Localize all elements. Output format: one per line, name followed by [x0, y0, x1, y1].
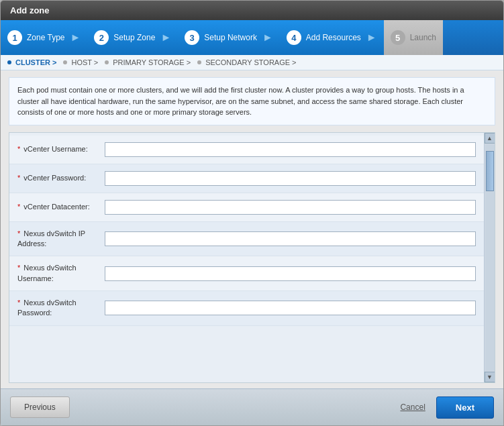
breadcrumb-cluster-label: CLUSTER >: [15, 58, 56, 66]
info-box: Each pod must contain one or more cluste…: [9, 77, 495, 125]
next-button[interactable]: Next: [436, 396, 494, 419]
step-3-label: Setup Network: [204, 33, 257, 42]
dialog-footer: Previous Cancel Next: [1, 388, 503, 425]
breadcrumb-cluster[interactable]: CLUSTER >: [7, 58, 56, 66]
step-5: 5 Launch: [384, 20, 443, 55]
step-4-arrow: ►: [366, 32, 377, 44]
step-1-arrow: ►: [70, 32, 81, 44]
step-4[interactable]: 4 Add Resources ►: [280, 20, 384, 55]
step-1-label: Zone Type: [27, 33, 64, 42]
footer-right: Cancel Next: [400, 396, 494, 419]
label-vcenter-datacenter: * vCenter Datacenter:: [17, 202, 105, 212]
input-nexus-password[interactable]: [105, 301, 476, 315]
label-vcenter-username: * vCenter Username:: [17, 144, 105, 154]
form-row-nexus-ip: * Nexus dvSwitch IP Address:: [9, 222, 484, 257]
scroll-down-btn[interactable]: ▼: [485, 372, 495, 382]
required-star-5: *: [17, 264, 20, 272]
step-2[interactable]: 2 Setup Zone ►: [87, 20, 178, 55]
form-row-vcenter-datacenter: * vCenter Datacenter:: [9, 193, 484, 222]
form-row-nexus-username: * Nexus dvSwitch Username:: [9, 256, 484, 291]
form-row-nexus-password: * Nexus dvSwitch Password:: [9, 291, 484, 326]
breadcrumb-host[interactable]: HOST >: [63, 58, 98, 66]
breadcrumb-primary-storage-label: PRIMARY STORAGE >: [113, 58, 191, 66]
step-2-label: Setup Zone: [113, 33, 155, 42]
breadcrumb-secondary-storage-label: SECONDARY STORAGE >: [205, 58, 296, 66]
info-text: Each pod must contain one or more cluste…: [17, 86, 464, 116]
form-row-vcenter-username: * vCenter Username:: [9, 136, 484, 164]
step-4-number: 4: [287, 30, 301, 45]
breadcrumb-primary-storage[interactable]: PRIMARY STORAGE >: [105, 58, 191, 66]
step-4-label: Add Resources: [306, 33, 361, 42]
scrollbar: ▲ ▼: [484, 133, 495, 383]
form-inner[interactable]: * vCenter Username: * vCenter Password: …: [9, 133, 484, 383]
label-nexus-ip: * Nexus dvSwitch IP Address:: [17, 229, 105, 250]
step-3[interactable]: 3 Setup Network ►: [178, 20, 280, 55]
breadcrumb-host-label: HOST >: [71, 58, 98, 66]
scroll-thumb: [486, 151, 494, 191]
step-5-label: Launch: [410, 33, 436, 42]
step-2-number: 2: [94, 30, 109, 45]
step-3-number: 3: [185, 30, 199, 45]
cancel-button[interactable]: Cancel: [400, 403, 425, 412]
breadcrumb-secondary-storage[interactable]: SECONDARY STORAGE >: [197, 58, 296, 66]
wizard-steps: 1 Zone Type ► 2 Setup Zone ► 3 Setup Net…: [1, 20, 503, 55]
add-zone-dialog: Add zone 1 Zone Type ► 2 Setup Zone ► 3 …: [0, 0, 504, 426]
input-vcenter-username[interactable]: [105, 142, 476, 157]
secondary-storage-dot: [197, 60, 201, 64]
primary-storage-dot: [105, 60, 109, 64]
required-star-1: *: [17, 145, 20, 153]
breadcrumb-bar: CLUSTER > HOST > PRIMARY STORAGE > SECON…: [1, 55, 503, 70]
required-star-3: *: [17, 203, 20, 211]
input-vcenter-password[interactable]: [105, 171, 476, 186]
label-nexus-password: * Nexus dvSwitch Password:: [17, 298, 105, 319]
step-5-number: 5: [391, 30, 405, 45]
required-star-6: *: [17, 299, 20, 307]
scroll-up-btn[interactable]: ▲: [485, 133, 495, 144]
required-star-4: *: [17, 229, 20, 237]
previous-button[interactable]: Previous: [10, 396, 70, 418]
required-star-2: *: [17, 174, 20, 182]
input-nexus-username[interactable]: [105, 266, 476, 281]
cluster-dot: [7, 60, 11, 64]
step-1-number: 1: [7, 30, 22, 45]
input-vcenter-datacenter[interactable]: [105, 200, 476, 215]
form-row-vcenter-password: * vCenter Password:: [9, 164, 484, 193]
dialog-titlebar: Add zone: [1, 1, 503, 20]
label-vcenter-password: * vCenter Password:: [17, 173, 105, 183]
label-nexus-username: * Nexus dvSwitch Username:: [17, 263, 105, 284]
step-2-arrow: ►: [160, 32, 171, 44]
host-dot: [63, 60, 67, 64]
input-nexus-ip[interactable]: [105, 231, 476, 246]
step-1[interactable]: 1 Zone Type ►: [1, 20, 87, 55]
dialog-title: Add zone: [10, 5, 50, 15]
scroll-track: [485, 144, 495, 372]
form-scroll-area: * vCenter Username: * vCenter Password: …: [9, 132, 495, 384]
step-3-arrow: ►: [262, 32, 273, 44]
